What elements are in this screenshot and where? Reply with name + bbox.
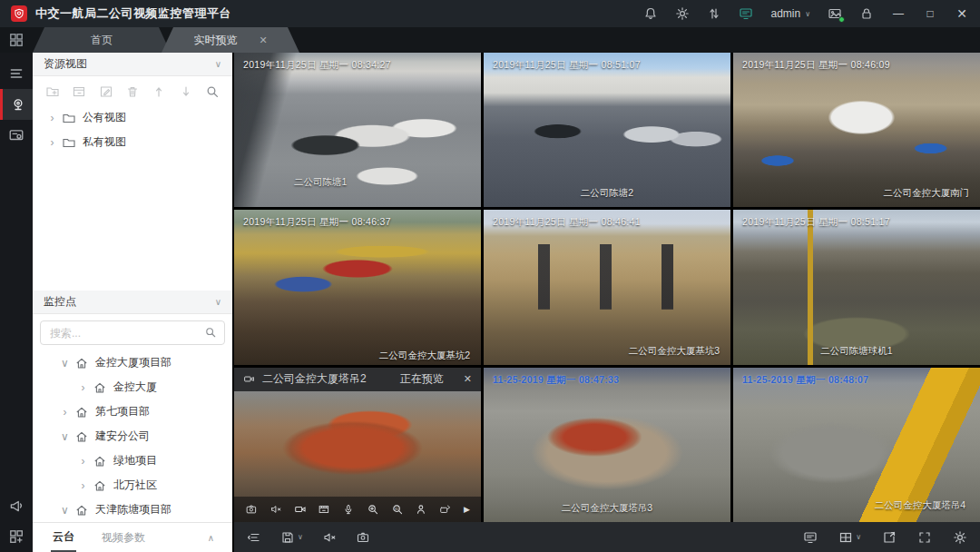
tree-item-label: 金控大厦项目部: [95, 355, 172, 370]
video-cell-2[interactable]: 2019年11月25日 星期一 08:51:07 二公司陈塘2: [484, 53, 730, 207]
chevron-down-icon[interactable]: ∨: [215, 297, 221, 307]
video-cell-6[interactable]: 2019年11月25日 星期一 08:51:17 二公司陈塘球机1: [733, 210, 980, 364]
rail-live-view-button[interactable]: [0, 89, 33, 120]
chevron-icon[interactable]: ∨: [58, 357, 72, 370]
settings-gear-icon[interactable]: [953, 530, 967, 545]
zoom-3d-icon[interactable]: [391, 503, 404, 516]
move-up-icon[interactable]: [152, 84, 166, 99]
monitor-gear-icon: [8, 127, 24, 143]
apps-grid-icon: [8, 32, 24, 48]
record-icon[interactable]: [294, 503, 307, 516]
delete-icon[interactable]: [125, 84, 140, 99]
screenshot-button[interactable]: [828, 6, 842, 21]
home-icon: [93, 380, 107, 395]
tree-item-site[interactable]: ∨ 建安分公司: [33, 424, 232, 448]
tree-item-site[interactable]: ∨ 天津陈塘项目部: [33, 498, 232, 522]
settings-gear-icon[interactable]: [675, 6, 690, 21]
mute-all-icon[interactable]: [322, 530, 337, 545]
grid-plus-icon: [8, 528, 24, 545]
camera-caption: 二公司陈塘1: [294, 176, 347, 189]
ptz-control-icon[interactable]: [415, 503, 427, 516]
tab-video-params[interactable]: 视频参数: [102, 530, 145, 546]
chevron-down-icon[interactable]: ∨: [215, 59, 221, 69]
close-icon[interactable]: ✕: [464, 373, 472, 385]
rail-layout-button[interactable]: [0, 521, 33, 552]
tab-live-preview[interactable]: 实时预览 ✕: [162, 27, 299, 53]
video-cell-4[interactable]: 2019年11月25日 星期一 08:46:37 二公司金控大厦基坑2: [234, 210, 481, 364]
camera-caption: 二公司陈塘2: [581, 187, 633, 200]
tree-item-site[interactable]: › 绿地项目: [33, 448, 232, 473]
layout-select-button[interactable]: ∨: [838, 530, 861, 545]
maximize-button[interactable]: □: [923, 0, 937, 27]
chevron-right-icon[interactable]: ›: [45, 112, 59, 124]
tree-item-site[interactable]: › 北万社区: [33, 473, 232, 498]
tree-item-site[interactable]: › 第七项目部: [33, 399, 232, 424]
rail-broadcast-button[interactable]: [0, 490, 33, 521]
video-cell-1[interactable]: 2019年11月25日 星期一 08:34:27 二公司陈塘1: [234, 53, 481, 207]
talk-mic-icon[interactable]: [342, 503, 355, 516]
tab-ptz[interactable]: 云台: [51, 523, 76, 552]
stream-select-icon[interactable]: [247, 530, 261, 545]
instant-playback-icon[interactable]: [318, 503, 330, 516]
search-box: [40, 320, 225, 345]
shield-icon: [14, 8, 24, 19]
lock-icon[interactable]: [859, 6, 874, 21]
apps-grid-button[interactable]: [0, 27, 33, 53]
chevron-icon[interactable]: ›: [76, 479, 90, 492]
bell-icon[interactable]: [643, 6, 658, 21]
folder-icon: [62, 111, 76, 125]
search-input[interactable]: [40, 320, 225, 345]
close-window-button[interactable]: ✕: [955, 0, 969, 27]
tv-wall-icon[interactable]: [803, 530, 818, 545]
chevron-icon[interactable]: ›: [76, 455, 90, 468]
save-icon: [280, 530, 295, 545]
app-window: 中交一航局二公司视频监控管理平台 admin ∨ — □ ✕ 首页: [0, 0, 980, 552]
sidebar-bottom-tabs: 云台 视频参数 ∧: [33, 522, 232, 552]
tree-item-site[interactable]: ∨ 金控大厦项目部: [33, 350, 232, 375]
app-logo: [11, 5, 27, 22]
search-icon[interactable]: [205, 84, 220, 99]
video-cell-8[interactable]: 11-25-2019 星期一 08:47:33 二公司金控大厦塔吊3: [484, 368, 730, 522]
pop-out-icon[interactable]: [882, 530, 897, 545]
search-icon[interactable]: [204, 326, 217, 339]
rail-playback-button[interactable]: [0, 120, 33, 151]
fullscreen-icon[interactable]: [917, 530, 932, 545]
snapshot-icon[interactable]: [245, 503, 258, 516]
more-tools-icon[interactable]: ▶: [464, 505, 470, 514]
mute-icon[interactable]: [270, 503, 282, 516]
tab-close-icon[interactable]: ✕: [259, 34, 267, 46]
tree-item-private-views[interactable]: › 私有视图: [33, 130, 232, 154]
chevron-right-icon[interactable]: ›: [45, 136, 59, 149]
chevron-icon[interactable]: ›: [58, 406, 72, 419]
add-folder-icon[interactable]: [45, 84, 60, 99]
monitor-panel-header[interactable]: 监控点 ∨: [33, 291, 232, 314]
chevron-up-icon[interactable]: ∧: [208, 533, 214, 543]
chevron-icon[interactable]: ∨: [58, 504, 72, 517]
capture-plan-icon[interactable]: [439, 503, 452, 516]
save-view-button[interactable]: ∨: [280, 530, 303, 545]
sort-arrows-icon[interactable]: [707, 6, 721, 21]
snapshot-all-icon[interactable]: [356, 530, 370, 545]
zoom-in-icon[interactable]: [367, 503, 379, 516]
video-cell-9[interactable]: 11-25-2019 星期一 08:48:07 二公司金控大厦塔吊4: [733, 368, 980, 522]
screen-status-icon[interactable]: [739, 6, 753, 21]
video-cell-3[interactable]: 2019年11月25日 星期一 08:46:09 二公司金控大厦南门: [733, 53, 980, 207]
video-cell-5[interactable]: 2019年11月25日 星期一 08:46:41 二公司金控大厦基坑3: [484, 210, 730, 364]
tab-bar: 首页 实时预览 ✕: [0, 27, 980, 53]
admin-menu[interactable]: admin ∨: [770, 7, 810, 20]
tree-item-public-views[interactable]: › 公有视图: [33, 105, 232, 130]
tree-item-site[interactable]: › 金控大厦: [33, 375, 232, 399]
video-cell-7-selected[interactable]: 二公司金控大厦塔吊2 正在预览 ✕ ▶: [234, 368, 481, 522]
webcam-icon: [10, 96, 26, 113]
minimize-button[interactable]: —: [891, 0, 906, 27]
camera-caption: 二公司金控大厦南门: [884, 187, 970, 200]
edit-icon[interactable]: [99, 84, 113, 99]
tab-home[interactable]: 首页: [33, 27, 171, 53]
chevron-icon[interactable]: ∨: [58, 430, 72, 443]
add-view-icon[interactable]: [72, 84, 86, 99]
title-bar: 中交一航局二公司视频监控管理平台 admin ∨ — □ ✕: [0, 0, 980, 27]
rail-menu-button[interactable]: [0, 58, 33, 89]
move-down-icon[interactable]: [179, 84, 193, 99]
chevron-icon[interactable]: ›: [76, 381, 90, 394]
resource-panel-header[interactable]: 资源视图 ∨: [33, 53, 232, 76]
